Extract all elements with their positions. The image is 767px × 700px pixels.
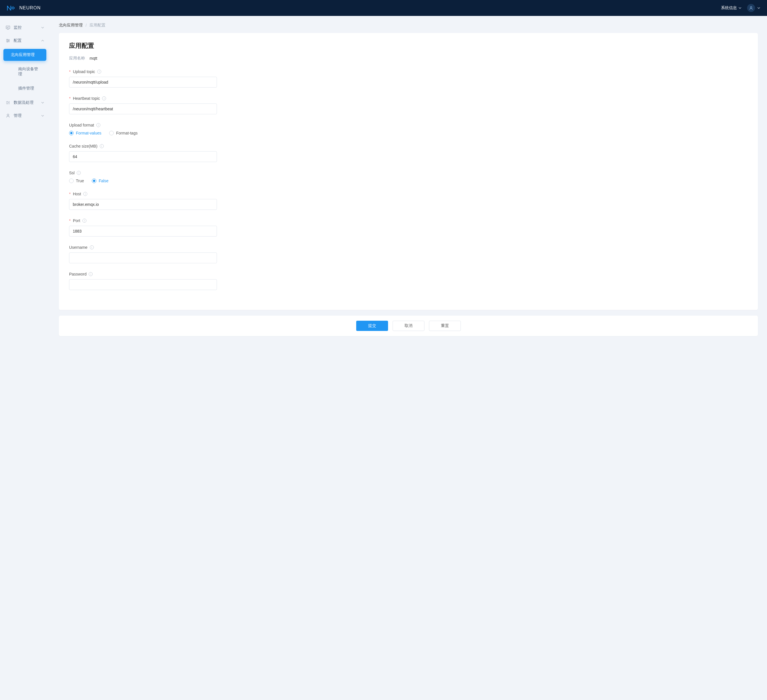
logo-area: NEURON [7, 5, 41, 11]
sidebar-group-admin: 管理 [0, 110, 50, 122]
field-label: Username [69, 245, 88, 250]
heartbeat-topic-input[interactable] [69, 103, 217, 114]
svg-point-9 [8, 40, 10, 41]
radio-ssl-false[interactable]: False [92, 178, 108, 183]
svg-point-12 [7, 41, 8, 42]
field-heartbeat-topic: * Heartbeat topic i [69, 96, 748, 114]
svg-point-20 [9, 103, 10, 104]
field-cache-size: Cache size(MB) i [69, 144, 748, 162]
main-content: 北向应用管理 / 应用配置 应用配置 应用名称 mqtt * Upload to… [50, 16, 767, 700]
svg-point-21 [7, 114, 9, 116]
breadcrumb: 北向应用管理 / 应用配置 [59, 23, 758, 28]
admin-icon [6, 113, 10, 118]
avatar-icon [747, 4, 755, 12]
page-title: 应用配置 [69, 41, 748, 50]
sidebar-item-label: 南向设备管理 [18, 67, 38, 76]
sidebar-item-label: 插件管理 [18, 86, 34, 91]
sidebar-label: 配置 [14, 38, 22, 43]
required-indicator: * [69, 192, 70, 196]
radio-icon [69, 131, 74, 135]
upload-topic-input[interactable] [69, 77, 217, 88]
username-input[interactable] [69, 253, 217, 263]
button-label: 重置 [441, 323, 449, 328]
logo-icon [7, 5, 16, 11]
sidebar-item-datastream[interactable]: 数据流处理 [0, 97, 50, 108]
svg-point-6 [7, 39, 8, 40]
sidebar-item-admin[interactable]: 管理 [0, 110, 50, 122]
sidebar-item-config[interactable]: 配置 [0, 35, 50, 47]
radio-ssl-true[interactable]: True [69, 178, 84, 183]
breadcrumb-current: 应用配置 [89, 23, 105, 28]
field-label: Upload topic [73, 69, 95, 74]
host-input[interactable] [69, 199, 217, 210]
radio-label: Format-tags [116, 131, 137, 135]
info-icon[interactable]: i [77, 171, 81, 175]
radio-label: False [99, 178, 108, 183]
info-icon[interactable]: i [83, 192, 87, 196]
user-menu[interactable] [747, 4, 760, 12]
radio-icon [92, 178, 96, 183]
sidebar-label: 管理 [14, 113, 22, 118]
chevron-down-icon [41, 115, 44, 116]
config-card: 应用配置 应用名称 mqtt * Upload topic i * Heartb… [59, 33, 758, 310]
app-header: NEURON 系统信息 [0, 0, 767, 16]
radio-format-tags[interactable]: Format-tags [109, 131, 137, 135]
brand-text: NEURON [19, 5, 41, 11]
password-input[interactable] [69, 279, 217, 290]
radio-icon [69, 178, 74, 183]
info-icon[interactable]: i [97, 70, 101, 74]
info-icon[interactable]: i [96, 123, 100, 127]
button-label: 取消 [404, 323, 412, 328]
field-label: Port [73, 218, 80, 223]
sys-info-label: 系统信息 [721, 5, 737, 11]
app-name-label: 应用名称 [69, 56, 85, 61]
cancel-button[interactable]: 取消 [393, 321, 425, 331]
svg-point-3 [750, 6, 752, 8]
footer-actions: 提交 取消 重置 [59, 316, 758, 336]
port-input[interactable] [69, 226, 217, 237]
chevron-down-icon [738, 7, 742, 9]
datastream-icon [6, 100, 10, 105]
monitor-icon [6, 25, 10, 30]
field-password: Password i [69, 272, 748, 290]
field-label: Host [73, 192, 81, 196]
field-ssl: Ssl i True False [69, 170, 748, 183]
svg-point-18 [6, 102, 7, 103]
info-icon[interactable]: i [90, 245, 94, 249]
required-indicator: * [69, 69, 70, 74]
cache-size-input[interactable] [69, 151, 217, 162]
chevron-down-icon [757, 7, 760, 9]
sidebar-item-plugin[interactable]: 插件管理 [3, 83, 46, 94]
info-icon[interactable]: i [100, 144, 104, 148]
config-icon [6, 38, 10, 43]
chevron-up-icon [41, 40, 44, 41]
reset-button[interactable]: 重置 [429, 321, 461, 331]
app-name-value: mqtt [89, 56, 97, 60]
sidebar-item-south-device[interactable]: 南向设备管理 [3, 63, 46, 80]
radio-label: Format-values [76, 131, 101, 135]
info-icon[interactable]: i [89, 272, 93, 276]
field-label: Ssl [69, 170, 75, 175]
sidebar-sub-config: 北向应用管理 南向设备管理 插件管理 [0, 49, 50, 94]
info-icon[interactable]: i [102, 96, 106, 100]
button-label: 提交 [368, 323, 376, 328]
field-label: Password [69, 272, 86, 276]
sidebar-label: 监控 [14, 25, 22, 30]
breadcrumb-parent[interactable]: 北向应用管理 [59, 23, 83, 28]
sidebar-item-monitor[interactable]: 监控 [0, 22, 50, 33]
radio-format-values[interactable]: Format-values [69, 131, 101, 135]
app-name-row: 应用名称 mqtt [69, 56, 748, 61]
required-indicator: * [69, 96, 70, 101]
field-label: Cache size(MB) [69, 144, 97, 148]
chevron-down-icon [41, 102, 44, 103]
sidebar-group-datastream: 数据流处理 [0, 97, 50, 108]
info-icon[interactable]: i [83, 219, 86, 223]
sidebar-item-north-app[interactable]: 北向应用管理 [3, 49, 46, 61]
header-right: 系统信息 [721, 4, 760, 12]
chevron-down-icon [41, 27, 44, 29]
sys-info-dropdown[interactable]: 系统信息 [721, 5, 742, 11]
breadcrumb-separator: / [86, 23, 87, 27]
svg-point-16 [9, 101, 10, 102]
submit-button[interactable]: 提交 [356, 321, 388, 331]
sidebar-label: 数据流处理 [14, 100, 33, 105]
